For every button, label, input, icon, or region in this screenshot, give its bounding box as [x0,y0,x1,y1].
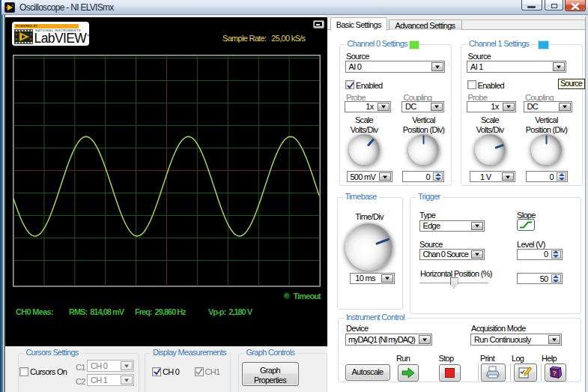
svg-text:?: ? [553,370,557,377]
